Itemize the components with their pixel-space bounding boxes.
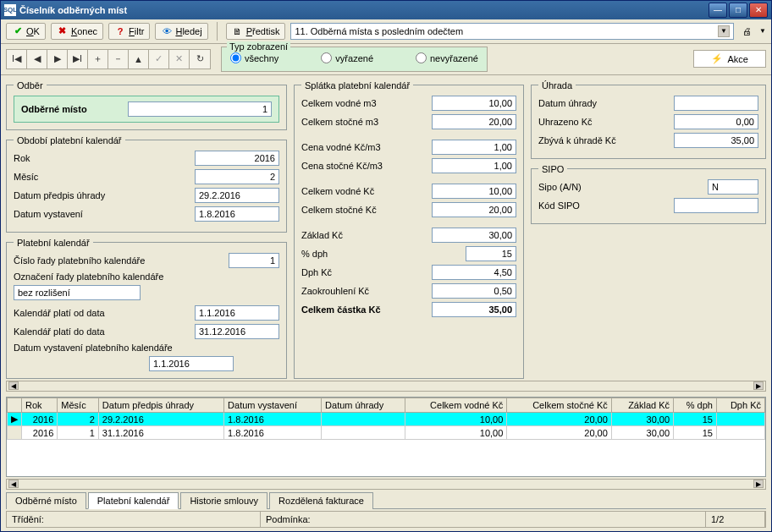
konec-button[interactable]: ✖ Konec [51,23,103,40]
form-scrollbar[interactable]: ◀ ▶ [6,381,766,392]
prev-record-button[interactable]: ◀ [27,50,47,69]
cell[interactable]: 15 [674,413,717,426]
cell[interactable] [322,413,405,426]
zaklad-field[interactable]: 30,00 [432,228,516,243]
cell[interactable]: 2 [58,413,98,426]
hledej-button[interactable]: 👁 Hledej [155,23,207,40]
grid-scrollbar[interactable]: ◀ ▶ [6,479,766,491]
print-button[interactable]: 🖨 [739,25,754,38]
cell[interactable]: 10,00 [405,426,506,440]
datum-vyst-pk-field[interactable]: 1.1.2016 [149,356,234,371]
rok-field[interactable]: 2016 [195,151,279,166]
tab-historie-smlouvy[interactable]: Historie smlouvy [180,492,267,509]
col-vodne[interactable]: Celkem vodné Kč [405,398,506,413]
maximize-button[interactable]: □ [729,3,747,18]
data-grid[interactable]: Rok Měsíc Datum předpis úhrady Datum vys… [6,397,766,476]
radio-not-discarded-input[interactable] [416,52,427,63]
akce-button[interactable]: ⚡ Akce [693,50,766,68]
col-dph-kc[interactable]: Dph Kč [716,398,764,413]
add-record-button[interactable]: ＋ [88,50,108,69]
col-rok[interactable]: Rok [22,398,58,413]
template-combo[interactable]: 11. Odběrná místa s posledním odečtem ▼ [290,23,734,40]
cell[interactable]: 2016 [22,413,58,426]
scroll-right-icon[interactable]: ▶ [753,381,764,390]
mesic-field[interactable]: 2 [195,169,279,184]
cell[interactable] [716,426,764,440]
first-record-button[interactable]: I◀ [7,50,27,69]
cell[interactable]: 15 [674,426,717,440]
filtr-button[interactable]: ? Filtr [108,23,150,40]
uhrazeno-field[interactable]: 0,00 [674,114,758,129]
col-predpis[interactable]: Datum předpis úhrady [98,398,223,413]
celkem-stocne-field[interactable]: 20,00 [432,202,516,217]
col-mesic[interactable]: Měsíc [58,398,98,413]
cancel-record-button[interactable]: ✕ [169,50,190,69]
cena-vodne-field[interactable]: 1,00 [432,140,516,155]
datum-uhrady-field[interactable] [674,96,758,111]
delete-record-button[interactable]: － [108,50,129,69]
cell[interactable]: 1.8.2016 [224,413,322,426]
cell[interactable]: 30,00 [611,413,673,426]
oznaceni-label: Označení řady platebního kalendáře [14,271,163,282]
plati-od-field[interactable]: 1.1.2016 [195,305,279,321]
scroll-left-icon[interactable]: ◀ [8,480,19,488]
dph-pct-field[interactable]: 15 [466,246,516,261]
print-menu-arrow-icon[interactable]: ▼ [759,27,766,35]
odberne-misto-field[interactable]: 1 [128,101,272,117]
plati-do-field[interactable]: 31.12.2016 [195,324,279,339]
stocne-m3-field[interactable]: 20,00 [432,114,516,129]
sipo-an-label: Sipo (A/N) [538,182,582,192]
table-row[interactable]: 2016 1 31.1.2016 1.8.2016 10,00 20,00 30… [8,426,765,440]
cell[interactable] [716,413,764,426]
uhrada-legend: Úhrada [538,80,576,90]
table-row[interactable]: ▶ 2016 2 29.2.2016 1.8.2016 10,00 20,00 … [8,413,765,426]
minimize-button[interactable]: — [709,3,727,18]
cell[interactable]: 10,00 [405,413,506,426]
sipo-an-field[interactable]: N [708,179,758,195]
cell[interactable]: 30,00 [611,426,673,440]
col-vystaveni[interactable]: Datum vystavení [224,398,322,413]
vodne-m3-field[interactable]: 10,00 [432,96,516,111]
cislo-rady-field[interactable]: 1 [229,253,279,268]
col-uhrada[interactable]: Datum úhrady [322,398,405,413]
cell[interactable]: 31.1.2016 [98,426,223,440]
radio-all[interactable]: všechny [230,52,278,63]
cell[interactable]: 1.8.2016 [224,426,322,440]
tab-rozdelena-fakturace[interactable]: Rozdělená fakturace [269,492,373,509]
col-zaklad[interactable]: Základ Kč [611,398,673,413]
edit-record-button[interactable]: ▲ [129,50,149,69]
refresh-record-button[interactable]: ↻ [190,50,210,69]
cell[interactable] [322,426,405,440]
zbyva-field[interactable]: 35,00 [674,133,758,148]
col-dph-pct[interactable]: % dph [674,398,717,413]
ok-button[interactable]: ✔ OOKK [6,23,46,40]
zaokrouhleni-field[interactable]: 0,50 [432,283,516,299]
tab-odberne-misto[interactable]: Odběrné místo [6,492,86,509]
cell[interactable]: 20,00 [507,413,612,426]
cena-stocne-field[interactable]: 1,00 [432,158,516,173]
celkem-vodne-field[interactable]: 10,00 [432,184,516,199]
col-stocne[interactable]: Celkem stočné Kč [507,398,612,413]
oznaceni-field[interactable]: bez rozlišení [14,285,141,300]
cell[interactable]: 1 [58,426,98,440]
dph-kc-field[interactable]: 4,50 [432,265,516,280]
predtisk-button[interactable]: 🗎 Předtisk [226,23,286,40]
last-record-button[interactable]: ▶I [68,50,88,69]
close-button[interactable]: ✕ [749,3,768,18]
scroll-right-icon[interactable]: ▶ [753,480,764,488]
zbyva-label: Zbývá k úhradě Kč [538,135,616,145]
post-record-button[interactable]: ✓ [149,50,169,69]
radio-all-input[interactable] [230,52,241,63]
radio-discarded[interactable]: vyřazené [321,52,373,63]
cell[interactable]: 20,00 [507,426,612,440]
kod-sipo-field[interactable] [674,198,758,213]
datum-predpis-field[interactable]: 29.2.2016 [195,188,279,203]
cell[interactable]: 29.2.2016 [98,413,223,426]
next-record-button[interactable]: ▶ [47,50,68,69]
tab-platebni-kalendar[interactable]: Platební kalendář [88,492,179,509]
scroll-left-icon[interactable]: ◀ [8,381,19,390]
datum-vystaveni-field[interactable]: 1.8.2016 [195,206,279,222]
radio-discarded-input[interactable] [321,52,332,63]
radio-not-discarded[interactable]: nevyřazené [416,52,478,63]
cell[interactable]: 2016 [22,426,58,440]
